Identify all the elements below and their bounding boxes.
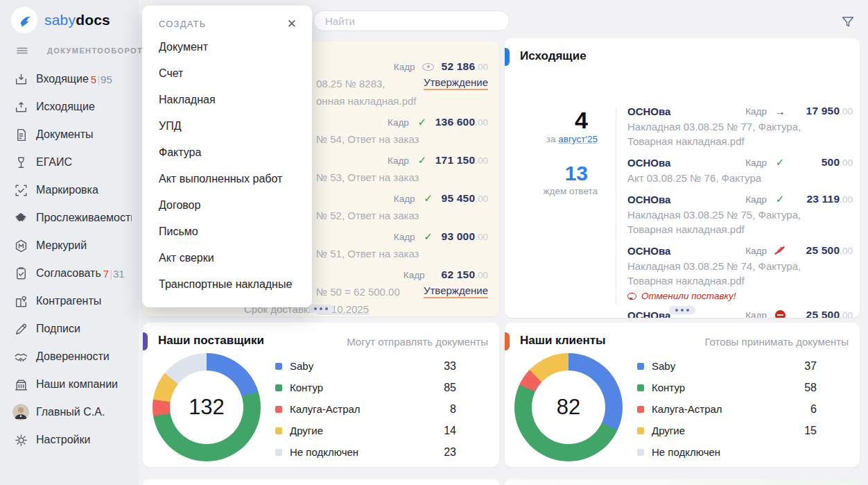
scan-check-icon: [12, 182, 29, 198]
create-menu-item[interactable]: Документ: [142, 34, 312, 60]
show-more-button[interactable]: [669, 306, 695, 314]
suppliers-legend: Saby 33 Контур 85 Калуга-Астрал 8: [275, 355, 456, 463]
saby-docs-app: sabydocs ДОКУМЕНТООБОРОТ Входящие 5|95 И…: [0, 0, 868, 485]
accepted-check-icon: [422, 231, 435, 242]
donut-total: 132: [189, 395, 225, 420]
sidebar-item-mercury[interactable]: Меркурий: [0, 232, 139, 259]
create-menu-item[interactable]: Накладная: [142, 87, 312, 113]
month-link[interactable]: август'25: [558, 134, 598, 144]
approval-link[interactable]: Утверждение: [424, 76, 488, 90]
outgoing-row[interactable]: ОСНОва Кадр 23 119.00 Накладная 03.08.25…: [627, 193, 853, 237]
donut-total: 82: [557, 395, 580, 420]
sidebar-item-marking[interactable]: Маркировка: [0, 176, 139, 204]
search-input[interactable]: [313, 10, 510, 31]
legend-item[interactable]: Калуга-Астрал 8: [275, 398, 456, 420]
amount: 25 500.00: [793, 244, 853, 257]
sidebar-item-settings[interactable]: Настройки: [0, 426, 139, 454]
filter-funnel-icon[interactable]: [840, 14, 856, 29]
app-title: sabydocs: [44, 12, 110, 28]
saby-bird-icon: [11, 7, 37, 33]
app-logo[interactable]: sabydocs: [0, 0, 139, 33]
create-menu-item[interactable]: Акт выполненных работ: [142, 166, 312, 192]
sidebar-item-documents[interactable]: Документы: [0, 121, 139, 148]
legend-item[interactable]: Контур 58: [637, 377, 817, 398]
org-label: Кадр: [745, 106, 767, 117]
amount: 25 500.00: [793, 309, 853, 318]
accepted-check-icon: [415, 117, 429, 128]
inbox-icon: [12, 71, 29, 87]
waiting-label: ждем ответа: [505, 186, 598, 196]
approvals-badge: 7|31: [103, 268, 125, 280]
create-menu-item[interactable]: Транспортные накладные: [142, 271, 312, 298]
counterparty-label: Кадр: [394, 62, 415, 72]
sidebar-nav: Входящие 5|95 Исходящие Документы ЕГАИС …: [0, 65, 139, 454]
create-menu-item[interactable]: Письмо: [142, 219, 312, 245]
legend-swatch: [275, 427, 282, 434]
create-menu-item[interactable]: Счет: [142, 60, 312, 87]
outbox-icon: [12, 99, 29, 114]
legend-item[interactable]: Не подключен 23: [275, 441, 456, 463]
sidebar-item-powers-of-attorney[interactable]: Доверенности: [0, 343, 139, 371]
legend-item[interactable]: Saby 33: [275, 355, 456, 377]
outgoing-row[interactable]: ОСНОва Кадр 25 500.00 Накладная 03.08.25…: [627, 309, 853, 318]
legend-swatch: [637, 427, 644, 434]
approval-link[interactable]: Утверждение: [424, 284, 488, 298]
show-more-button[interactable]: [308, 305, 334, 313]
amount: 500.00: [793, 156, 853, 169]
legend-swatch: [275, 449, 282, 456]
sidebar-item-counterparties[interactable]: Контрагенты: [0, 287, 139, 315]
amount: 17 950.00: [793, 105, 853, 117]
create-menu-item[interactable]: Акт сверки: [142, 245, 312, 271]
sidebar-item-our-companies[interactable]: Наши компании: [0, 371, 139, 398]
legend-item[interactable]: Контур 85: [275, 377, 456, 398]
legend-swatch: [637, 406, 644, 413]
legend-item[interactable]: Калуга-Астрал 6: [637, 398, 817, 420]
sidebar-item-outbox[interactable]: Исходящие: [0, 93, 139, 121]
company-building-icon: [12, 377, 29, 392]
hamburger-menu-icon[interactable]: [14, 43, 31, 58]
create-menu-item[interactable]: УПД: [142, 113, 312, 139]
status-icon: [773, 309, 787, 318]
legend-swatch: [275, 406, 282, 413]
sidebar-item-traceability[interactable]: Прослеживаемость: [0, 204, 139, 232]
outgoing-row[interactable]: ОСНОва Кадр 500.00 Акт 03.08.25 № 76, Фа…: [627, 156, 853, 185]
sidebar-item-approvals[interactable]: Согласовать 7|31: [0, 259, 139, 287]
org-label: Кадр: [745, 246, 767, 256]
status-icon: [773, 105, 787, 117]
clients-panel: Наши клиенты Готовы принимать документы …: [505, 323, 860, 467]
status-icon: [773, 157, 787, 168]
outgoing-row[interactable]: ОСНОва Кадр 17 950.00 Накладная 03.08.25…: [627, 105, 853, 148]
close-icon[interactable]: ✕: [287, 18, 297, 30]
create-menu-title: СОЗДАТЬ: [159, 19, 206, 29]
outgoing-row[interactable]: ОСНОва Кадр 25 500.00 Накладная 03.08.25…: [627, 244, 853, 301]
legend-swatch: [275, 384, 282, 391]
outgoing-list: ОСНОва Кадр 17 950.00 Накладная 03.08.25…: [627, 105, 853, 318]
panel-accent: [143, 332, 148, 350]
inbox-badge: 5|95: [91, 74, 112, 85]
doc-description: Накладная 03.08.25 № 75, Фактура,Товарна…: [627, 207, 853, 237]
create-menu-item[interactable]: Договор: [142, 192, 312, 219]
suppliers-donut-chart[interactable]: 132: [153, 353, 261, 461]
panel-title: Наши поставщики: [158, 334, 264, 348]
amount: 23 119.00: [793, 193, 853, 205]
legend-item[interactable]: Не подключен: [637, 441, 817, 463]
legend-swatch: [637, 449, 644, 456]
sidebar-item-signatures[interactable]: Подписи: [0, 315, 139, 343]
legend-item[interactable]: Другие 14: [275, 420, 456, 441]
clients-legend: Saby 37 Контур 58 Калуга-Астрал 6: [637, 355, 817, 463]
sidebar-item-profile[interactable]: Главный С.А.: [0, 398, 139, 426]
clients-donut-chart[interactable]: 82: [514, 353, 623, 461]
legend-item[interactable]: Saby 37: [637, 355, 817, 377]
gear-icon: [12, 432, 29, 448]
counterparty-name: ОСНОва: [627, 157, 739, 169]
org-label: Кадр: [745, 158, 767, 168]
eagle-emblem-icon: [12, 210, 29, 226]
org-label: Кадр: [745, 194, 767, 205]
create-menu-item[interactable]: Фактура: [142, 139, 312, 166]
panel-accent: [505, 332, 510, 350]
create-menu-items: Документ Счет Накладная УПД Фактура Акт …: [142, 34, 312, 298]
legend-item[interactable]: Другие 15: [637, 420, 817, 441]
sidebar-item-inbox[interactable]: Входящие 5|95: [0, 65, 139, 93]
viewed-eye-icon: [422, 61, 435, 72]
sidebar-item-egais[interactable]: ЕГАИС: [0, 148, 139, 176]
